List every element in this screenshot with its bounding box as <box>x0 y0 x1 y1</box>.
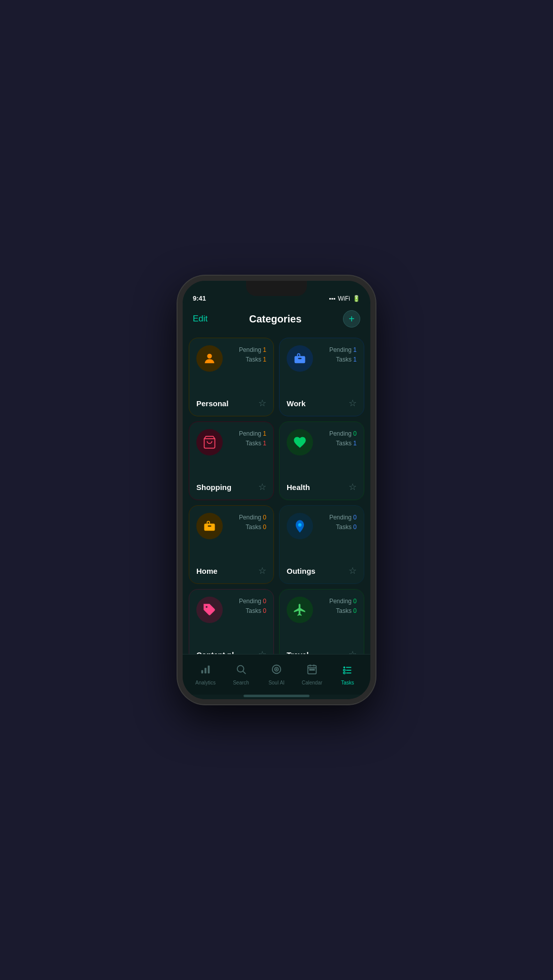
card-bottom-travel: Travel ☆ <box>287 649 357 654</box>
work-star[interactable]: ☆ <box>349 398 357 409</box>
work-icon <box>287 345 313 372</box>
outings-stats: Pending 0 Tasks 0 <box>329 513 357 532</box>
categories-grid: Pending 1 Tasks 1 Personal ☆ <box>183 336 370 654</box>
content-label: Content pl... <box>196 650 240 655</box>
personal-star[interactable]: ☆ <box>258 398 266 409</box>
shopping-stats: Pending 1 Tasks 1 <box>239 429 266 448</box>
svg-rect-23 <box>309 669 310 670</box>
page-title: Categories <box>249 313 301 325</box>
search-icon <box>235 664 247 678</box>
header: Edit Categories + <box>183 306 370 336</box>
battery-icon: 🔋 <box>353 295 360 302</box>
card-bottom-health: Health ☆ <box>287 481 357 493</box>
shopping-star[interactable]: ☆ <box>258 481 266 493</box>
category-card-health[interactable]: Pending 0 Tasks 1 Health ☆ <box>279 421 364 500</box>
outings-icon <box>287 513 313 539</box>
svg-point-7 <box>205 606 208 608</box>
phone-frame: 9:41 ▪▪▪ WiFi 🔋 Edit Categories + <box>178 276 375 704</box>
svg-point-18 <box>276 669 277 670</box>
category-card-shopping[interactable]: Pending 1 Tasks 1 Shopping ☆ <box>189 421 274 500</box>
svg-rect-5 <box>208 526 212 527</box>
svg-point-26 <box>343 667 345 669</box>
card-bottom-home: Home ☆ <box>196 565 266 576</box>
tasks-icon <box>342 664 353 678</box>
svg-point-29 <box>343 672 345 674</box>
card-bottom-outings: Outings ☆ <box>287 565 357 576</box>
edit-button[interactable]: Edit <box>193 314 208 324</box>
screen: 9:41 ▪▪▪ WiFi 🔋 Edit Categories + <box>183 281 370 699</box>
tab-calendar[interactable]: Calendar <box>294 664 330 685</box>
category-card-home[interactable]: Pending 0 Tasks 0 Home ☆ <box>189 505 274 584</box>
outings-star[interactable]: ☆ <box>349 565 357 576</box>
card-bottom-content: Content pl... ☆ <box>196 649 266 654</box>
category-card-work[interactable]: Pending 1 Tasks 1 Work ☆ <box>279 338 364 416</box>
wifi-icon: WiFi <box>338 295 350 302</box>
travel-label: Travel <box>287 650 308 655</box>
card-top-content: Pending 0 Tasks 0 <box>196 597 266 623</box>
card-bottom-personal: Personal ☆ <box>196 398 266 409</box>
calendar-label: Calendar <box>302 680 323 685</box>
tab-search[interactable]: Search <box>223 664 259 685</box>
tab-tasks[interactable]: Tasks <box>330 664 365 685</box>
svg-rect-4 <box>204 524 215 531</box>
analytics-label: Analytics <box>195 680 216 685</box>
home-star[interactable]: ☆ <box>258 565 266 576</box>
shopping-label: Shopping <box>196 483 231 492</box>
svg-point-28 <box>343 669 345 671</box>
category-card-outings[interactable]: Pending 0 Tasks 0 Outings ☆ <box>279 505 364 584</box>
tab-soul-ai[interactable]: Soul AI <box>259 664 294 685</box>
outings-label: Outings <box>287 567 316 575</box>
personal-icon <box>196 345 223 372</box>
shopping-icon <box>196 429 223 455</box>
health-icon <box>287 429 313 455</box>
personal-label: Personal <box>196 399 228 408</box>
category-card-personal[interactable]: Pending 1 Tasks 1 Personal ☆ <box>189 338 274 416</box>
health-label: Health <box>287 483 310 492</box>
card-top-outings: Pending 0 Tasks 0 <box>287 513 357 539</box>
soul-ai-label: Soul AI <box>268 680 285 685</box>
content-stats: Pending 0 Tasks 0 <box>239 597 266 616</box>
calendar-icon <box>306 664 318 678</box>
card-bottom-work: Work ☆ <box>287 398 357 409</box>
category-card-content[interactable]: Pending 0 Tasks 0 Content pl... ☆ <box>189 589 274 654</box>
work-label: Work <box>287 399 305 408</box>
card-top-home: Pending 0 Tasks 0 <box>196 513 266 539</box>
travel-stats: Pending 0 Tasks 0 <box>329 597 357 616</box>
signal-icon: ▪▪▪ <box>329 295 335 302</box>
home-label: Home <box>196 567 218 575</box>
health-stats: Pending 0 Tasks 1 <box>329 429 357 448</box>
svg-rect-11 <box>201 670 203 673</box>
tasks-label: Tasks <box>341 680 354 685</box>
content-icon <box>196 597 223 623</box>
add-category-button[interactable]: + <box>343 310 360 328</box>
svg-rect-25 <box>314 669 315 670</box>
card-top-health: Pending 0 Tasks 1 <box>287 429 357 455</box>
tab-bar: Analytics Search <box>183 654 370 695</box>
card-top-work: Pending 1 Tasks 1 <box>287 345 357 372</box>
personal-stats: Pending 1 Tasks 1 <box>239 345 266 365</box>
card-top-personal: Pending 1 Tasks 1 <box>196 345 266 372</box>
content-star[interactable]: ☆ <box>258 649 266 654</box>
svg-line-15 <box>243 671 246 674</box>
svg-rect-13 <box>208 666 210 674</box>
svg-rect-1 <box>295 356 305 363</box>
work-stats: Pending 1 Tasks 1 <box>329 345 357 365</box>
health-star[interactable]: ☆ <box>349 481 357 493</box>
category-card-travel[interactable]: Pending 0 Tasks 0 Travel ☆ <box>279 589 364 654</box>
svg-rect-2 <box>298 358 302 359</box>
card-top-travel: Pending 0 Tasks 0 <box>287 597 357 623</box>
home-indicator <box>244 695 309 697</box>
home-stats: Pending 0 Tasks 0 <box>239 513 266 532</box>
analytics-icon <box>200 664 211 678</box>
svg-rect-12 <box>204 668 206 673</box>
soul-ai-icon <box>271 664 282 678</box>
travel-icon <box>287 597 313 623</box>
svg-point-14 <box>237 666 244 672</box>
tab-analytics[interactable]: Analytics <box>188 664 223 685</box>
home-icon <box>196 513 223 539</box>
svg-point-0 <box>207 354 212 358</box>
search-label: Search <box>233 680 249 685</box>
card-bottom-shopping: Shopping ☆ <box>196 481 266 493</box>
card-top-shopping: Pending 1 Tasks 1 <box>196 429 266 455</box>
travel-star[interactable]: ☆ <box>349 649 357 654</box>
